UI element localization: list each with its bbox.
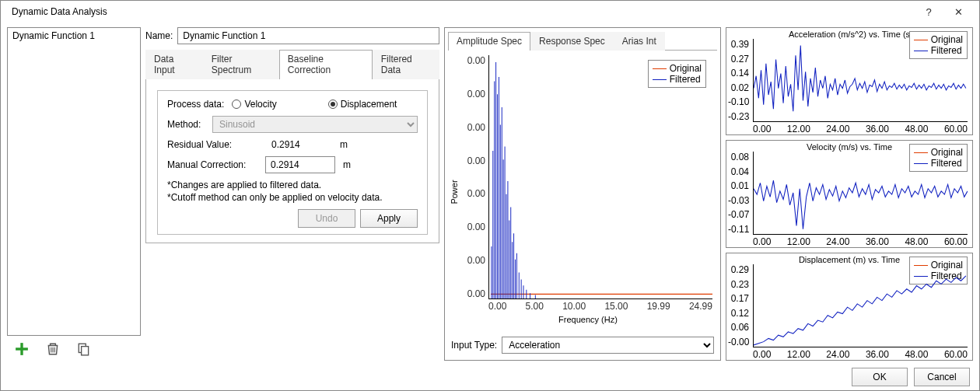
note-2: *Cutoff method can only be applied on ve… [167, 192, 418, 203]
plot-displacement: Displacement (m) vs. Time OriginalFilter… [726, 253, 973, 361]
residual-value: 0.2914 [265, 139, 335, 150]
baseline-group: Process data: Velocity Displacement Meth… [157, 90, 428, 235]
method-select: Sinusoid [212, 116, 418, 133]
manual-unit: m [343, 159, 351, 170]
radio-displacement[interactable]: Displacement [328, 99, 397, 110]
tab-response-spec[interactable]: Response Spec [530, 32, 614, 51]
tab-filter-spectrum[interactable]: Filter Spectrum [203, 50, 279, 79]
close-button[interactable]: ✕ [943, 2, 973, 21]
add-icon[interactable] [15, 342, 29, 358]
plot-velocity: Velocity (m/s) vs. Time OriginalFiltered… [726, 140, 973, 248]
apply-button[interactable]: Apply [360, 209, 418, 228]
titlebar: Dynamic Data Analysis ? ✕ [1, 1, 979, 23]
delete-icon[interactable] [46, 342, 60, 358]
residual-label: Residual Value: [167, 139, 261, 150]
residual-unit: m [340, 139, 348, 150]
tab-amplitude-spec[interactable]: Amplitude Spec [448, 32, 530, 51]
note-1: *Changes are applied to filtered data. [167, 180, 418, 190]
radio-velocity[interactable]: Velocity [232, 99, 276, 110]
list-item[interactable]: Dynamic Function 1 [9, 30, 138, 42]
input-type-select[interactable]: Acceleration [502, 337, 714, 354]
function-list[interactable]: Dynamic Function 1 [7, 27, 141, 336]
cancel-button[interactable]: Cancel [914, 368, 970, 386]
tab-data-input[interactable]: Data Input [145, 50, 203, 79]
plot-acceleration: Acceleration (m/s^2) vs. Time (s Origina… [726, 27, 973, 135]
svg-rect-6 [82, 346, 89, 354]
manual-input[interactable] [265, 156, 335, 173]
copy-icon[interactable] [77, 342, 91, 358]
svg-rect-1 [16, 347, 28, 350]
input-type-label: Input Type: [451, 340, 497, 351]
spectrum-plot: Power 0.000.000.000.000.000.000.000.00 [446, 55, 714, 329]
spectrum-legend: Original Filtered [648, 60, 706, 88]
window-title: Dynamic Data Analysis [7, 6, 914, 17]
method-label: Method: [167, 119, 208, 130]
undo-button[interactable]: Undo [298, 209, 355, 228]
tab-baseline-correction[interactable]: Baseline Correction [279, 50, 373, 79]
tab-filtered-data[interactable]: Filtered Data [373, 50, 439, 79]
tab-arias-int[interactable]: Arias Int [614, 32, 665, 51]
form-tabs: Data Input Filter Spectrum Baseline Corr… [145, 49, 439, 79]
manual-label: Manual Correction: [167, 159, 261, 170]
process-data-label: Process data: [167, 99, 224, 110]
name-input[interactable] [177, 27, 439, 44]
help-button[interactable]: ? [914, 2, 943, 21]
ok-button[interactable]: OK [852, 368, 908, 386]
name-label: Name: [145, 30, 173, 41]
